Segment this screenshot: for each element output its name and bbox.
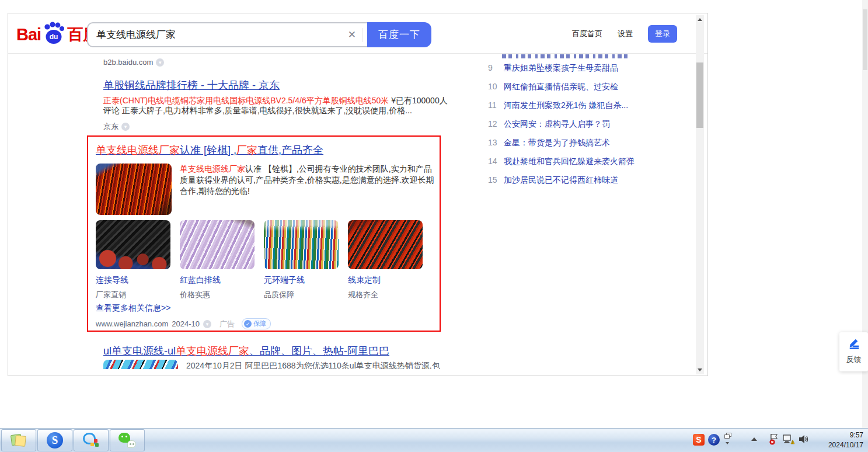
trending-link[interactable]: 金星：带货是为了挣钱搞艺术 bbox=[504, 138, 610, 148]
baidu-logo[interactable]: Bai du 百度 bbox=[16, 22, 99, 47]
ad-card-thumbnail[interactable] bbox=[96, 220, 170, 269]
ad-desc-highlight: 单支线电源线厂家 bbox=[180, 164, 245, 173]
trending-rank: 12 bbox=[488, 119, 499, 128]
ad-more-link[interactable]: 查看更多相关信息>> bbox=[96, 303, 170, 314]
source-text: b2b.baidu.com bbox=[103, 58, 153, 67]
scroll-up-arrow[interactable] bbox=[696, 15, 704, 24]
ime-restore-icon[interactable] bbox=[724, 433, 733, 440]
taskbar-clock[interactable]: 9:57 2024/10/17 bbox=[817, 430, 863, 450]
trending-item[interactable]: 11 河南发生刑案致2死1伤 嫌犯自杀... bbox=[488, 100, 657, 119]
login-button[interactable]: 登录 bbox=[648, 25, 677, 43]
trending-list: 9 重庆姐弟坠楼案孩子生母卖甜品 10 网红偷拍直播情侣亲昵、过安检 11 河南… bbox=[488, 63, 657, 194]
result3-thumbnail[interactable] bbox=[103, 360, 178, 369]
search-divider bbox=[362, 28, 362, 42]
trending-rank: 9 bbox=[488, 63, 499, 72]
taskbar-sogou-browser-button[interactable]: S bbox=[37, 429, 72, 451]
results-content: b2b.baidu.com ▾ 单股铜线品牌排行榜 - 十大品牌 - 京东 正泰… bbox=[8, 54, 707, 369]
taskbar-apps: S bbox=[1, 429, 145, 451]
ad-card[interactable]: 元环端子线 品质保障 bbox=[264, 220, 339, 300]
trending-link[interactable]: 加沙居民说已不记得西红柿味道 bbox=[504, 175, 618, 186]
desktop: Bai du 百度 ✕ 百度一下 百度首页 设置 bbox=[0, 0, 868, 452]
title-text: 、品牌、图片、热帖-阿里巴巴 bbox=[249, 345, 389, 357]
search-box: ✕ bbox=[87, 22, 368, 47]
title-text: 认准 [铨棋] , bbox=[180, 144, 236, 156]
ad-card[interactable]: 红蓝白排线 价格实惠 bbox=[180, 220, 255, 300]
ad-card[interactable]: 线束定制 规格齐全 bbox=[348, 220, 423, 300]
trending-item[interactable]: 9 重庆姐弟坠楼案孩子生母卖甜品 bbox=[488, 63, 657, 82]
header-nav: 百度首页 设置 登录 bbox=[572, 13, 677, 54]
title-text: ul单支电源线-ul bbox=[103, 345, 176, 357]
result3-title-link[interactable]: ul单支电源线-ul单支电源线厂家、品牌、图片、热帖-阿里巴巴 bbox=[103, 344, 389, 358]
ad-title-link[interactable]: 单支线电源线厂家认准 [铨棋] ,厂家直供,产品齐全 bbox=[96, 143, 323, 157]
ad-card-thumbnail[interactable] bbox=[348, 220, 423, 269]
source-dropdown-icon[interactable]: ▾ bbox=[156, 58, 164, 67]
clock-time: 9:57 bbox=[817, 430, 863, 440]
nav-baidu-home[interactable]: 百度首页 bbox=[572, 29, 602, 39]
browser-window: Bai du 百度 ✕ 百度一下 百度首页 设置 bbox=[8, 13, 708, 376]
background-scrollbar-thumb[interactable] bbox=[863, 9, 867, 70]
clear-search-icon[interactable]: ✕ bbox=[342, 29, 362, 41]
ad-card-title-link[interactable]: 元环端子线 bbox=[264, 275, 339, 286]
window-scrollbar[interactable] bbox=[696, 15, 704, 374]
trending-link[interactable]: 重庆姐弟坠楼案孩子生母卖甜品 bbox=[504, 63, 618, 74]
taskbar-wechat-button[interactable] bbox=[110, 429, 145, 451]
trending-link[interactable]: 网红偷拍直播情侣亲昵、过安检 bbox=[504, 82, 618, 92]
baidu-logo-bai: Bai bbox=[16, 25, 41, 44]
ad-card-title-link[interactable]: 红蓝白排线 bbox=[180, 275, 255, 286]
sticky-notes-icon bbox=[11, 433, 26, 447]
nav-settings[interactable]: 设置 bbox=[618, 29, 633, 39]
scrollbar-thumb[interactable] bbox=[696, 62, 703, 128]
help-icon[interactable]: ? bbox=[708, 434, 720, 446]
taskbar-sticky-notes-button[interactable] bbox=[1, 429, 36, 451]
source-dropdown-icon[interactable]: ▾ bbox=[121, 123, 130, 131]
ad-date: 2024-10 bbox=[172, 319, 200, 328]
ad-card-subtitle: 规格齐全 bbox=[348, 290, 423, 300]
show-hidden-icons-arrow[interactable] bbox=[751, 437, 757, 441]
search-button[interactable]: 百度一下 bbox=[367, 22, 431, 47]
ad-card-title-link[interactable]: 线束定制 bbox=[348, 275, 423, 286]
scroll-down-arrow[interactable] bbox=[696, 366, 704, 374]
trending-item[interactable]: 12 公安网安：虚构寻人启事？罚 bbox=[488, 119, 657, 138]
feedback-button[interactable]: 反馈 bbox=[839, 332, 868, 371]
trending-link[interactable]: 公安网安：虚构寻人启事？罚 bbox=[504, 119, 610, 130]
ad-footer: www.wejianzhan.com 2024-10 ▾ 广告 ✓ 保障 bbox=[96, 318, 271, 329]
clock-date: 2024/10/17 bbox=[817, 440, 863, 450]
result-source-b2b: b2b.baidu.com ▾ bbox=[103, 58, 164, 67]
ad-card-title-link[interactable]: 连接导线 bbox=[96, 275, 170, 286]
trending-item[interactable]: 14 我赴黎维和官兵回忆躲避来袭火箭弹 bbox=[488, 157, 657, 175]
result3-description-partial: 2024年10月2日 阿里巴巴1688为您优选110条ul单支电源线热销货源,包 bbox=[186, 361, 443, 369]
title-text: 直供,产品齐全 bbox=[257, 144, 323, 156]
baidu-paw-icon: du bbox=[42, 22, 65, 45]
result1-desc-highlight: 正泰(CHNT)电线电缆铜芯家用电线国标电源线BV2.5/4/6平方单股铜线电线… bbox=[103, 96, 391, 105]
ad-card[interactable]: 连接导线 厂家直销 bbox=[96, 220, 170, 300]
ad-card-subtitle: 品质保障 bbox=[264, 290, 339, 300]
trending-item[interactable]: 15 加沙居民说已不记得西红柿味道 bbox=[488, 175, 657, 194]
ad-card-row: 连接导线 厂家直销 红蓝白排线 价格实惠 元环端子线 品质保障 线束定制 规格齐… bbox=[96, 220, 423, 300]
source-dropdown-icon[interactable]: ▾ bbox=[203, 320, 211, 328]
system-tray: S ? bbox=[693, 429, 863, 452]
sogou-input-icon[interactable]: S bbox=[693, 434, 705, 446]
ime-dropdown-arrow-icon[interactable] bbox=[726, 442, 729, 444]
baidu-header: Bai du 百度 ✕ 百度一下 百度首页 设置 bbox=[8, 13, 707, 54]
action-center-flag-icon[interactable] bbox=[769, 433, 779, 446]
guarantee-badge-label: 保障 bbox=[253, 319, 266, 328]
trending-rank: 11 bbox=[488, 100, 499, 110]
trending-link[interactable]: 我赴黎维和官兵回忆躲避来袭火箭弹 bbox=[504, 157, 635, 167]
ad-card-thumbnail[interactable] bbox=[180, 220, 255, 269]
ad-card-subtitle: 价格实惠 bbox=[180, 290, 255, 300]
title-highlight: 单支电源线厂家 bbox=[176, 345, 249, 357]
trending-item[interactable]: 10 网红偷拍直播情侣亲昵、过安检 bbox=[488, 82, 657, 100]
taskbar-chat-app-button[interactable] bbox=[74, 429, 109, 451]
ad-site-url: www.wejianzhan.com bbox=[96, 319, 168, 328]
ad-card-thumbnail[interactable] bbox=[264, 220, 339, 269]
network-warning-icon[interactable] bbox=[783, 433, 794, 445]
volume-icon[interactable] bbox=[798, 433, 810, 445]
trending-link[interactable]: 河南发生刑案致2死1伤 嫌犯自杀... bbox=[504, 100, 628, 111]
trending-item[interactable]: 13 金星：带货是为了挣钱搞艺术 bbox=[488, 138, 657, 157]
result1-title-link[interactable]: 单股铜线品牌排行榜 - 十大品牌 - 京东 bbox=[103, 78, 280, 92]
ad-main-thumbnail[interactable] bbox=[96, 164, 172, 215]
trending-item-partial[interactable] bbox=[502, 54, 628, 58]
ad-label: 广告 bbox=[219, 319, 235, 329]
search-input[interactable] bbox=[88, 29, 342, 41]
title-highlight: 单支线电源线厂家 bbox=[96, 144, 180, 156]
